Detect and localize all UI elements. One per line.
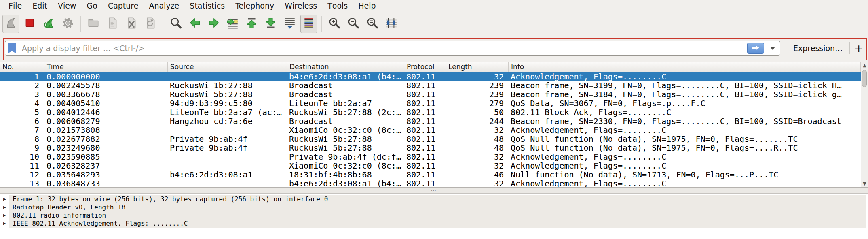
column-header-length[interactable]: Length — [446, 62, 509, 72]
zoom-out-button[interactable] — [345, 15, 362, 33]
resize-columns-button[interactable] — [383, 15, 400, 33]
pane-splitter[interactable]: ⋯ — [0, 187, 868, 194]
detail-tree-row[interactable]: ▶802.11 radio information — [0, 211, 868, 220]
capture-options-button[interactable] — [59, 15, 76, 33]
menu-file[interactable]: File — [3, 0, 27, 11]
packet-row[interactable]: 10.000000000b4:e6:2d:d3:08:a1 (b4:…802.1… — [0, 72, 861, 81]
column-header-source[interactable]: Source — [168, 62, 287, 72]
add-filter-button[interactable]: + — [851, 41, 866, 56]
display-filter-input[interactable] — [16, 43, 747, 53]
packet-source: Hangzhou_cd:7a:6e — [168, 117, 287, 126]
detail-tree-row[interactable]: ▶Frame 1: 32 bytes on wire (256 bits), 3… — [0, 195, 868, 203]
expander-icon[interactable]: ▶ — [3, 211, 9, 220]
scroll-down-arrow-icon[interactable]: ▼ — [861, 180, 868, 187]
apply-filter-button[interactable] — [747, 43, 764, 54]
packet-time: 0.022677882 — [44, 134, 168, 143]
stop-capture-button[interactable] — [21, 15, 38, 33]
packet-info: Acknowledgement, Flags=........C — [509, 179, 861, 187]
close-file-icon — [125, 17, 138, 31]
packet-time: 0.023590885 — [44, 152, 168, 161]
packet-destination: Private_9b:ab:4f (dc:f… — [287, 152, 404, 161]
expression-button[interactable]: Expression… — [789, 41, 847, 56]
packet-time: 0.004005410 — [44, 99, 168, 108]
menu-help[interactable]: Help — [353, 0, 381, 11]
packet-destination: RuckusWi_5b:27:88 (2c:… — [287, 108, 404, 117]
menu-analyze[interactable]: Analyze — [144, 0, 184, 11]
open-file-button[interactable] — [85, 15, 102, 33]
go-to-packet-button[interactable] — [224, 15, 241, 33]
packet-destination: XiaomiCo_0c:32:c0 (8c:… — [287, 161, 404, 170]
bookmark-icon[interactable] — [8, 43, 16, 54]
colorize-packets-button[interactable] — [300, 15, 317, 33]
column-header-no[interactable]: No. — [0, 62, 44, 72]
packet-row[interactable]: 40.00400541094:d9:b3:99:c5:80LiteonTe_bb… — [0, 99, 861, 108]
packet-length: 32 — [446, 161, 509, 170]
packet-row[interactable]: 80.022677882Private_9b:ab:4fRuckusWi_5b:… — [0, 134, 861, 143]
packet-row[interactable]: 120.035648293b4:e6:2d:d3:08:a118:31:bf:4… — [0, 170, 861, 179]
filter-history-dropdown[interactable] — [767, 43, 778, 54]
save-file-button[interactable] — [104, 15, 121, 33]
toolbar-separator — [321, 16, 322, 32]
packet-list-scrollbar[interactable]: ▲ ▼ — [861, 62, 868, 187]
expander-icon[interactable]: ▶ — [3, 203, 9, 211]
packet-row[interactable]: 50.004012446LiteonTe_bb:2a:a7 (ac:…Rucku… — [0, 108, 861, 117]
packet-protocol: 802.11 — [404, 179, 446, 187]
zoom-in-button[interactable] — [326, 15, 343, 33]
close-file-button[interactable] — [123, 15, 140, 33]
go-last-packet-button[interactable] — [262, 15, 279, 33]
scroll-up-arrow-icon[interactable]: ▲ — [861, 62, 868, 69]
menu-telephony[interactable]: Telephony — [230, 0, 279, 11]
column-header-destination[interactable]: Destination — [287, 62, 404, 72]
packet-destination: Broadcast — [287, 117, 404, 126]
packet-row[interactable]: 20.002245578RuckusWi_1b:27:88Broadcast80… — [0, 81, 861, 90]
packet-destination: b4:e6:2d:d3:08:a1 (b4:… — [287, 179, 404, 187]
find-packet-button[interactable] — [167, 15, 184, 33]
go-forward-button[interactable] — [205, 15, 222, 33]
packet-row[interactable]: 30.003366678RuckusWi_5b:27:88Broadcast80… — [0, 90, 861, 99]
packet-row[interactable]: 110.026328237XiaomiCo_0c:32:c0 (8c:…802.… — [0, 161, 861, 170]
menu-capture[interactable]: Capture — [103, 0, 144, 11]
column-header-protocol[interactable]: Protocol — [404, 62, 446, 72]
start-capture-button[interactable] — [2, 15, 19, 33]
scrollbar-thumb[interactable] — [862, 70, 867, 87]
reload-file-button[interactable] — [142, 15, 159, 33]
packet-time: 0.035648293 — [44, 170, 168, 179]
packet-info: QoS Null function (No data), SN=1975, FN… — [509, 134, 861, 143]
packet-detail-pane: ▶Frame 1: 32 bytes on wire (256 bits), 3… — [0, 194, 868, 239]
packet-row[interactable]: 100.023590885Private_9b:ab:4f (dc:f…802.… — [0, 152, 861, 161]
packet-length: 32 — [446, 179, 509, 187]
detail-tree-row[interactable]: ▶Radiotap Header v0, Length 18 — [0, 203, 868, 211]
packet-length: 32 — [446, 126, 509, 134]
go-back-button[interactable] — [186, 15, 203, 33]
expander-icon[interactable]: ▶ — [3, 195, 9, 203]
go-first-packet-button[interactable] — [243, 15, 260, 33]
zoom-reset-button[interactable] — [364, 15, 381, 33]
zoom-reset-icon — [366, 17, 379, 31]
menu-edit[interactable]: Edit — [27, 0, 53, 11]
packet-row[interactable]: 60.006068279Hangzhou_cd:7a:6eBroadcast80… — [0, 117, 861, 126]
packet-protocol: 802.11 — [404, 134, 446, 143]
detail-row-text: IEEE 802.11 Acknowledgement, Flags: ....… — [13, 220, 188, 228]
packet-row[interactable]: 90.023249680Private_9b:ab:4fRuckusWi_5b:… — [0, 143, 861, 152]
menu-tools[interactable]: Tools — [322, 0, 353, 11]
packet-info: Acknowledgement, Flags=........C — [509, 72, 861, 81]
menu-go[interactable]: Go — [82, 0, 103, 11]
auto-scroll-button[interactable] — [281, 15, 298, 33]
menu-wireless[interactable]: Wireless — [279, 0, 322, 11]
column-header-time[interactable]: Time — [44, 62, 168, 72]
column-header-info[interactable]: Info — [509, 62, 861, 72]
goto-packet-icon — [226, 17, 239, 31]
packet-destination: XiaomiCo_0c:32:c0 (8c:… — [287, 126, 404, 134]
menu-statistics[interactable]: Statistics — [184, 0, 230, 11]
detail-tree-row[interactable]: ▶IEEE 802.11 Acknowledgement, Flags: ...… — [0, 220, 868, 228]
packet-row[interactable]: 130.036848733b4:e6:2d:d3:08:a1 (b4:…802.… — [0, 179, 861, 187]
packet-row[interactable]: 70.021573808XiaomiCo_0c:32:c0 (8c:…802.1… — [0, 126, 861, 134]
packet-length: 32 — [446, 152, 509, 161]
folder-icon — [87, 17, 100, 31]
packet-no: 11 — [0, 161, 44, 170]
packet-no: 8 — [0, 134, 44, 143]
detail-row-background — [9, 203, 866, 211]
menu-view[interactable]: View — [53, 0, 82, 11]
expander-icon[interactable]: ▶ — [3, 220, 9, 228]
restart-capture-button[interactable] — [40, 15, 57, 33]
